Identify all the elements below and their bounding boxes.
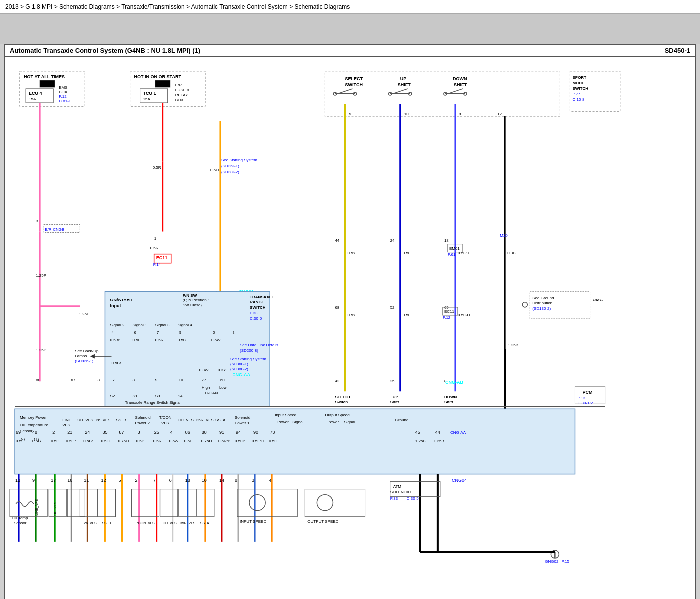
svg-text:OD_VFS: OD_VFS [178, 418, 194, 422]
svg-text:SS_A: SS_A [215, 418, 226, 422]
svg-text:EMS: EMS [59, 85, 67, 90]
svg-rect-288 [305, 489, 365, 517]
svg-text:Signal: Signal [292, 420, 303, 424]
svg-text:Oil Temperature: Oil Temperature [20, 423, 48, 427]
diagram-code: SD450-1 [665, 47, 690, 54]
diagram-container: Automatic Transaxle Control System (G4NB… [4, 44, 696, 599]
svg-text:Solenoid: Solenoid [135, 415, 151, 420]
svg-text:UP: UP [400, 76, 407, 81]
svg-text:(SD926-1): (SD926-1) [75, 359, 93, 363]
svg-text:P.61: P.61 [448, 252, 456, 257]
svg-text:8: 8 [235, 478, 237, 483]
svg-text:0.5L: 0.5L [133, 338, 141, 342]
svg-text:0.5G: 0.5G [32, 439, 41, 443]
svg-text:0.5G: 0.5G [178, 338, 186, 342]
svg-text:SHIFT: SHIFT [398, 82, 411, 87]
svg-text:Switch: Switch [335, 400, 348, 404]
svg-text:C.10-8: C.10-8 [572, 97, 585, 102]
svg-text:See Starting System: See Starting System [221, 158, 257, 162]
svg-text:0.5Br: 0.5Br [110, 338, 119, 342]
svg-text:11: 11 [84, 478, 89, 483]
svg-text:See Starting System: See Starting System [230, 357, 266, 361]
svg-text:See Ground: See Ground [532, 296, 554, 300]
svg-text:CNG-AA: CNG-AA [233, 372, 250, 377]
svg-text:3: 3 [36, 219, 38, 224]
svg-text:P.33: P.33 [250, 311, 258, 315]
svg-text:90: 90 [253, 430, 258, 435]
svg-rect-277 [132, 489, 159, 517]
svg-text:0.5R: 0.5R [155, 338, 164, 342]
svg-text:P/N SW: P/N SW [183, 293, 197, 298]
svg-text:(SD360-1): (SD360-1) [221, 164, 239, 168]
svg-text:0.5G: 0.5G [51, 439, 59, 443]
svg-text:23: 23 [67, 430, 72, 435]
svg-text:SWITCH: SWITCH [250, 305, 266, 310]
svg-text:4: 4 [269, 478, 271, 483]
svg-text:5: 5 [118, 478, 121, 483]
svg-text:OUTPUT SPEED: OUTPUT SPEED [307, 519, 338, 524]
svg-text:0.5R: 0.5R [153, 439, 162, 443]
svg-text:35R_VFS: 35R_VFS [180, 521, 196, 525]
svg-text:LINE_VFS: LINE_VFS [35, 499, 39, 515]
svg-text:Ground: Ground [395, 418, 409, 422]
svg-text:52: 52 [390, 305, 395, 310]
breadcrumb-text: 2013 > G 1.8 MPI > Schematic Diagrams > … [5, 3, 350, 10]
svg-text:Transaxle Range Switch Signal: Transaxle Range Switch Signal [125, 400, 181, 405]
svg-text:0.5O: 0.5O [101, 439, 109, 443]
svg-text:14: 14 [219, 478, 224, 483]
svg-text:16: 16 [67, 478, 72, 483]
svg-text:2: 2 [233, 330, 235, 335]
svg-text:(SD360-1): (SD360-1) [230, 362, 248, 366]
svg-text:PCM: PCM [583, 390, 593, 395]
svg-text:TRANSAXLE: TRANSAXLE [250, 295, 275, 299]
svg-text:2: 2 [52, 430, 55, 435]
svg-text:10: 10 [179, 378, 183, 382]
svg-text:0.5G/O: 0.5G/O [458, 313, 470, 317]
svg-text:Shift: Shift [390, 400, 399, 404]
svg-text:SHIFT: SHIFT [454, 82, 467, 87]
svg-text:E/R-CNGB: E/R-CNGB [45, 227, 64, 232]
svg-text:88: 88 [202, 430, 207, 435]
svg-text:0.5O: 0.5O [210, 168, 219, 172]
svg-text:4: 4 [170, 430, 173, 435]
svg-text:P.77: P.77 [572, 92, 580, 96]
svg-text:69: 69 [16, 430, 21, 435]
svg-rect-12 [155, 80, 170, 87]
svg-text:C.30-1/2: C.30-1/2 [577, 401, 593, 405]
svg-text:Power 2: Power 2 [135, 421, 150, 425]
svg-text:67: 67 [71, 378, 75, 382]
svg-text:6: 6 [134, 330, 137, 335]
svg-text:SS_B: SS_B [116, 418, 126, 422]
diagram-body: HOT AT ALL TIMES ECU 4 15A EMS BOX P.12 … [5, 57, 695, 599]
svg-rect-279 [160, 489, 178, 517]
svg-text:See Back-Up: See Back-Up [75, 349, 99, 353]
svg-text:7: 7 [157, 330, 159, 335]
svg-text:0.3W: 0.3W [199, 368, 209, 372]
svg-text:Signal 4: Signal 4 [178, 323, 192, 327]
svg-text:3: 3 [138, 430, 140, 435]
svg-text:(SD200-8): (SD200-8) [240, 348, 258, 353]
svg-text:13: 13 [15, 478, 20, 483]
svg-text:42: 42 [335, 379, 339, 383]
svg-text:S4: S4 [178, 394, 183, 398]
svg-text:1.25P: 1.25P [79, 312, 89, 316]
svg-text:0.3Y: 0.3Y [218, 368, 226, 372]
svg-text:(P, N Position :: (P, N Position : [183, 298, 209, 302]
svg-text:C.30-5: C.30-5 [250, 316, 262, 321]
svg-text:T/CON: T/CON [159, 415, 172, 420]
svg-text:26_VFS: 26_VFS [96, 418, 110, 422]
svg-text:85: 85 [102, 430, 107, 435]
svg-text:10: 10 [404, 112, 409, 116]
svg-text:Signal 1: Signal 1 [133, 323, 147, 327]
svg-text:0.5O: 0.5O [269, 439, 277, 443]
svg-text:INPUT SPEED: INPUT SPEED [240, 519, 266, 524]
svg-text:73: 73 [270, 430, 275, 435]
svg-rect-275 [98, 489, 115, 517]
svg-text:0.5L: 0.5L [16, 439, 24, 443]
svg-text:Output Speed: Output Speed [325, 413, 349, 417]
svg-text:(SD380-2): (SD380-2) [230, 367, 248, 371]
svg-text:7: 7 [153, 478, 156, 483]
svg-text:SELECT: SELECT [335, 395, 351, 399]
svg-text:0.5Gr: 0.5Gr [66, 439, 76, 443]
svg-text:1.25P: 1.25P [36, 348, 46, 352]
